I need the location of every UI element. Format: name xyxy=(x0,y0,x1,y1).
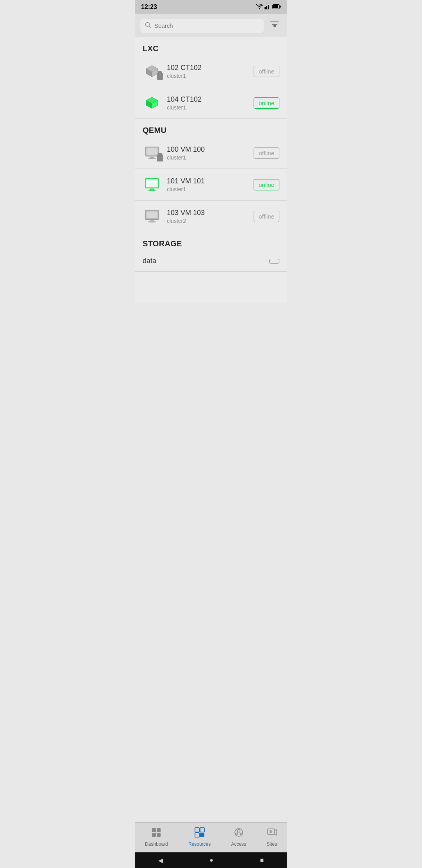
search-icon xyxy=(145,22,151,30)
search-input-wrap[interactable] xyxy=(140,19,264,33)
svg-rect-20 xyxy=(150,157,154,158)
status-badge: online xyxy=(254,97,279,109)
filter-button[interactable] xyxy=(268,18,282,33)
item-name: 103 VM 103 xyxy=(167,209,248,217)
item-info: 100 VM 100 cluster1 xyxy=(167,145,248,161)
svg-rect-0 xyxy=(265,7,266,9)
filter-icon xyxy=(269,20,280,30)
status-badge xyxy=(269,259,279,264)
wifi-icon xyxy=(256,4,263,11)
item-info: 104 CT102 cluster1 xyxy=(167,95,248,111)
vm-offline-icon2 xyxy=(143,207,161,226)
battery-icon xyxy=(272,4,281,10)
search-input[interactable] xyxy=(154,22,259,29)
svg-rect-25 xyxy=(148,190,156,190)
svg-rect-23 xyxy=(147,180,158,187)
item-info: 101 VM 101 cluster1 xyxy=(167,177,248,192)
svg-marker-9 xyxy=(273,25,276,27)
item-cluster: cluster1 xyxy=(167,186,248,192)
list-item[interactable]: 104 CT102 cluster1 online xyxy=(135,87,287,119)
status-time: 12:23 xyxy=(141,4,157,11)
svg-rect-28 xyxy=(150,220,154,221)
status-icons xyxy=(256,4,281,11)
svg-rect-5 xyxy=(273,5,278,8)
list-item[interactable]: 101 VM 101 cluster1 online xyxy=(135,169,287,201)
section-storage: STORAGE xyxy=(135,232,287,251)
item-name: 100 VM 100 xyxy=(167,145,248,154)
lxc-online-icon xyxy=(143,93,161,112)
lxc-offline-icon xyxy=(143,62,161,81)
item-cluster: cluster2 xyxy=(167,218,248,224)
item-name: 104 CT102 xyxy=(167,95,248,104)
signal-icon xyxy=(265,4,271,11)
item-info: 102 CT102 cluster1 xyxy=(167,64,248,79)
item-name: 101 VM 101 xyxy=(167,177,248,185)
list-item[interactable]: data xyxy=(135,251,287,272)
content: LXC 102 CT102 cluster1 offline xyxy=(135,37,287,303)
section-lxc: LXC xyxy=(135,37,287,56)
item-cluster: cluster1 xyxy=(167,73,248,79)
list-item[interactable]: 103 VM 103 cluster2 offline xyxy=(135,201,287,232)
svg-rect-3 xyxy=(269,4,270,9)
status-badge: offline xyxy=(254,211,279,222)
search-bar xyxy=(135,14,287,37)
svg-rect-1 xyxy=(266,6,267,9)
svg-rect-27 xyxy=(147,212,158,218)
section-qemu: QEMU xyxy=(135,119,287,137)
item-info: 103 VM 103 cluster2 xyxy=(167,209,248,224)
item-cluster: cluster1 xyxy=(167,104,248,111)
clipboard-icon xyxy=(157,154,163,161)
status-badge: online xyxy=(254,179,279,190)
status-badge: offline xyxy=(254,147,279,159)
svg-rect-19 xyxy=(147,148,158,155)
list-item[interactable]: 100 VM 100 cluster1 offline xyxy=(135,137,287,169)
status-badge: offline xyxy=(254,66,279,77)
svg-rect-29 xyxy=(148,221,156,222)
item-name: 102 CT102 xyxy=(167,64,248,72)
list-item[interactable]: 102 CT102 cluster1 offline xyxy=(135,56,287,87)
status-bar: 12:23 xyxy=(135,0,287,14)
svg-rect-2 xyxy=(268,5,269,9)
svg-rect-24 xyxy=(150,188,154,190)
vm-offline-icon xyxy=(143,143,161,162)
svg-rect-6 xyxy=(280,6,281,8)
svg-rect-21 xyxy=(148,158,156,159)
item-cluster: cluster1 xyxy=(167,154,248,161)
storage-name: data xyxy=(143,257,264,265)
vm-online-icon xyxy=(143,175,161,194)
svg-line-8 xyxy=(149,26,151,27)
clipboard-icon xyxy=(157,73,163,80)
